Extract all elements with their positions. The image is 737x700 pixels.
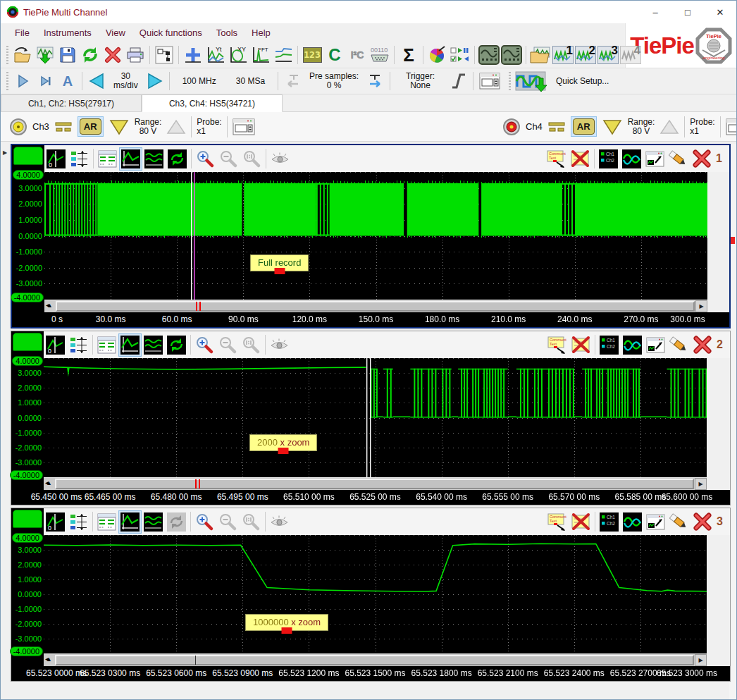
yt-graph-icon[interactable]: Yt (204, 44, 227, 66)
instrument-b-icon[interactable] (500, 44, 523, 66)
minimize-icon[interactable]: – (639, 1, 671, 23)
trigger-settings-button[interactable] (476, 70, 503, 92)
graph2-h-scrollbar[interactable]: ◂▴▶ (44, 477, 707, 490)
graph1-y-axis[interactable]: 4.00003.00002.00001.00000.0000-1.0000-2.… (12, 172, 44, 312)
graph2-legend-icon[interactable]: Ch1Ch2 (597, 333, 621, 357)
graph3-legend-icon[interactable]: Ch1Ch2 (597, 510, 621, 534)
import-wave-icon[interactable] (34, 44, 56, 66)
menu-tools[interactable]: Tools (209, 25, 244, 40)
save-icon[interactable] (56, 44, 79, 66)
presamples-increase-button[interactable] (364, 70, 387, 92)
graph1-yt-icon[interactable] (119, 147, 142, 171)
ch4-range-up-icon[interactable] (659, 119, 679, 135)
graph2-marker-label[interactable]: 2000 x zoom (249, 434, 317, 451)
graph3-close-graph-icon[interactable] (690, 510, 714, 534)
graph2-popout-icon[interactable] (644, 333, 667, 357)
delete-icon[interactable] (101, 44, 124, 66)
i2c-icon[interactable]: I²C (346, 44, 368, 66)
ch3-coupling-icon[interactable] (54, 121, 73, 133)
autorun-icon[interactable] (449, 44, 471, 66)
wave-button-3[interactable]: 3 (597, 44, 619, 66)
ch4-bnc-icon[interactable] (502, 118, 521, 136)
graph3-marker-label[interactable]: 1000000 x zoom (245, 614, 328, 631)
graph1-eraser-icon[interactable] (667, 147, 690, 171)
close-icon[interactable]: ✕ (704, 1, 736, 23)
graph3-eraser-icon[interactable] (667, 510, 690, 534)
graph1-comment-add-icon[interactable]: CommentText (545, 147, 569, 171)
graph3-axis-zero-icon[interactable]: 0 (44, 510, 67, 534)
timebase-slower-button[interactable] (85, 70, 108, 92)
graph2-comment-add-icon[interactable]: CommentText (546, 333, 569, 357)
ch4-coupling-icon[interactable] (547, 121, 566, 133)
presamples-decrease-button[interactable] (281, 70, 304, 92)
refresh-icon[interactable] (79, 44, 101, 66)
graph-panel-1[interactable]: 0 CommentTextCh1Ch21 4.00003.00002.00001… (11, 144, 731, 328)
graph1-colors-trace-icon[interactable] (620, 147, 643, 171)
tab-ch1-ch2[interactable]: Ch1, Ch2: HS5(27917) (1, 94, 142, 111)
graph-panel-2[interactable]: 0 CommentTextCh1Ch22 4.00003.00002.00001… (11, 331, 731, 505)
ch4-range-down-icon[interactable] (602, 118, 623, 135)
graph1-close-graph-icon[interactable] (690, 147, 713, 171)
graph1-h-scrollbar[interactable]: ◂▴▶ (44, 300, 707, 312)
graph1-comment-delete-icon[interactable] (569, 147, 592, 171)
graph1-rotate-icon[interactable] (166, 147, 189, 171)
graph2-rotate-icon[interactable] (165, 333, 188, 357)
graph2-colors-trace-icon[interactable] (621, 333, 644, 357)
tab-ch3-ch4[interactable]: Ch3, Ch4: HS5(34721) (142, 94, 283, 112)
add-icon[interactable] (182, 44, 204, 66)
graph1-plot-area[interactable]: Full record (44, 172, 707, 300)
graph2-close-graph-icon[interactable] (690, 333, 714, 357)
maximize-icon[interactable]: □ (671, 1, 704, 23)
menu-file[interactable]: File (8, 25, 37, 40)
ch4-autorange-button[interactable]: AR (573, 118, 595, 135)
one-shot-button[interactable] (34, 70, 56, 92)
timebase-faster-button[interactable] (144, 70, 166, 92)
graph3-eye-icon[interactable] (268, 510, 291, 534)
print-icon[interactable] (124, 44, 147, 66)
scrollbar-nav-icons[interactable]: ◂▴ (45, 655, 49, 663)
wave-button-4[interactable]: 4 (619, 44, 642, 66)
auto-setup-button[interactable]: A (56, 70, 79, 92)
scrollbar-thumb[interactable] (55, 655, 694, 665)
graph2-table-icon[interactable] (95, 333, 118, 357)
scrollbar-nav-icons[interactable]: ◂▴ (45, 479, 49, 486)
graph3-colors-trace-icon[interactable] (621, 510, 644, 534)
graph2-envelope-icon[interactable] (142, 333, 165, 357)
serial-icon[interactable]: 00110 (368, 44, 391, 66)
graph1-table-icon[interactable] (96, 147, 119, 171)
wave-button-2[interactable]: 2 (574, 44, 597, 66)
menu-instruments[interactable]: Instruments (37, 25, 99, 40)
graph1-zoom-reset-icon[interactable] (240, 147, 264, 171)
fft-graph-icon[interactable]: FFT (249, 44, 272, 66)
graph3-y-axis[interactable]: 4.00003.00002.00001.00000.0000-1.0000-2.… (11, 535, 44, 666)
instrument-a-icon[interactable] (478, 44, 500, 66)
ch3-autorange-button[interactable]: AR (80, 118, 101, 135)
ch3-bnc-icon[interactable] (9, 118, 27, 136)
graph2-zoom-out-icon[interactable] (216, 333, 240, 357)
colors-icon[interactable] (426, 44, 449, 66)
graph1-zoom-out-icon[interactable] (217, 147, 240, 171)
graph-panel-3[interactable]: 0 CommentTextCh1Ch23 4.00003.00002.00001… (11, 508, 731, 682)
graph3-zoom-reset-icon[interactable] (240, 510, 263, 534)
graph2-axis-handle[interactable] (11, 331, 44, 358)
graph3-yt-icon[interactable] (118, 510, 142, 534)
c-meter-icon[interactable]: C (323, 44, 346, 66)
scrollbar-right-icon[interactable]: ▶ (695, 300, 707, 312)
wave-button-1[interactable]: 1 (552, 44, 574, 66)
graph2-eye-icon[interactable] (268, 333, 291, 357)
graph2-axis-zero-icon[interactable]: 0 (44, 333, 67, 357)
graph2-comment-delete-icon[interactable] (569, 333, 593, 357)
trigger-edge-icon[interactable] (447, 70, 470, 92)
graph3-offsets-icon[interactable] (67, 510, 90, 534)
graph2-offsets-icon[interactable] (67, 333, 90, 357)
quick-setup-label[interactable]: Quick Setup... (550, 77, 614, 86)
graph2-y-axis[interactable]: 4.00003.00002.00001.00000.0000-1.0000-2.… (11, 358, 44, 490)
meter-icon[interactable] (272, 44, 295, 66)
scrollbar-thumb[interactable] (56, 301, 695, 312)
graph3-plot-area[interactable]: 1000000 x zoom (44, 535, 707, 653)
sigma-icon[interactable]: Σ (397, 44, 420, 66)
menu-help[interactable]: Help (244, 25, 278, 40)
ch3-range-down-icon[interactable] (109, 118, 130, 135)
ch4-settings-button[interactable] (726, 118, 737, 136)
graph2-yt-icon[interactable] (118, 333, 142, 357)
